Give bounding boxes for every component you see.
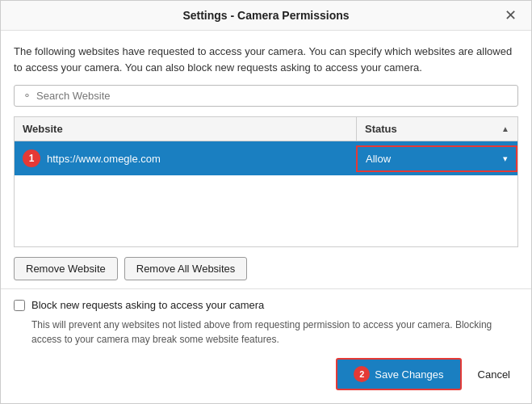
save-label: Save Changes: [375, 368, 443, 381]
description-text: The following websites have requested to…: [14, 44, 518, 75]
search-input[interactable]: [36, 90, 509, 102]
save-badge: 2: [354, 366, 370, 382]
row-status-value: Allow: [366, 153, 391, 165]
block-description: This will prevent any websites not liste…: [31, 318, 518, 347]
table-header: Website Status ▲: [15, 117, 517, 141]
status-dropdown-icon: ▾: [503, 154, 508, 164]
main-content: The following websites have requested to…: [1, 31, 531, 288]
col-status-header: Status ▲: [356, 117, 517, 141]
actions-row: Remove Website Remove All Websites: [14, 247, 518, 288]
table-row[interactable]: 1 https://www.omegle.com Allow ▾: [15, 141, 517, 175]
block-requests-row: Block new requests asking to access your…: [14, 299, 518, 311]
remove-all-websites-button[interactable]: Remove All Websites: [124, 257, 248, 280]
dialog-title: Settings - Camera Permissions: [182, 9, 349, 22]
website-table: Website Status ▲ 1 https://www.omegle.co…: [14, 116, 518, 247]
table-body: 1 https://www.omegle.com Allow ▾: [15, 141, 517, 246]
col-website-header: Website: [15, 117, 356, 141]
bottom-buttons: 2 Save Changes Cancel: [14, 358, 518, 390]
cancel-button[interactable]: Cancel: [470, 362, 518, 387]
search-icon: ⚬: [23, 90, 31, 102]
row-url: https://www.omegle.com: [47, 153, 161, 165]
title-bar: Settings - Camera Permissions ✕: [1, 1, 531, 31]
row-status-cell[interactable]: Allow ▾: [356, 145, 517, 172]
save-changes-button[interactable]: 2 Save Changes: [336, 358, 461, 390]
block-requests-label: Block new requests asking to access your…: [31, 299, 264, 311]
search-box: ⚬: [14, 85, 518, 107]
row-badge: 1: [23, 149, 40, 167]
block-requests-checkbox[interactable]: [14, 300, 25, 311]
close-button[interactable]: ✕: [500, 6, 522, 24]
footer-section: Block new requests asking to access your…: [1, 288, 531, 403]
settings-dialog: Settings - Camera Permissions ✕ The foll…: [0, 0, 532, 404]
row-website-cell: 1 https://www.omegle.com: [15, 141, 356, 175]
remove-website-button[interactable]: Remove Website: [14, 257, 118, 280]
sort-arrow-icon: ▲: [501, 124, 509, 133]
